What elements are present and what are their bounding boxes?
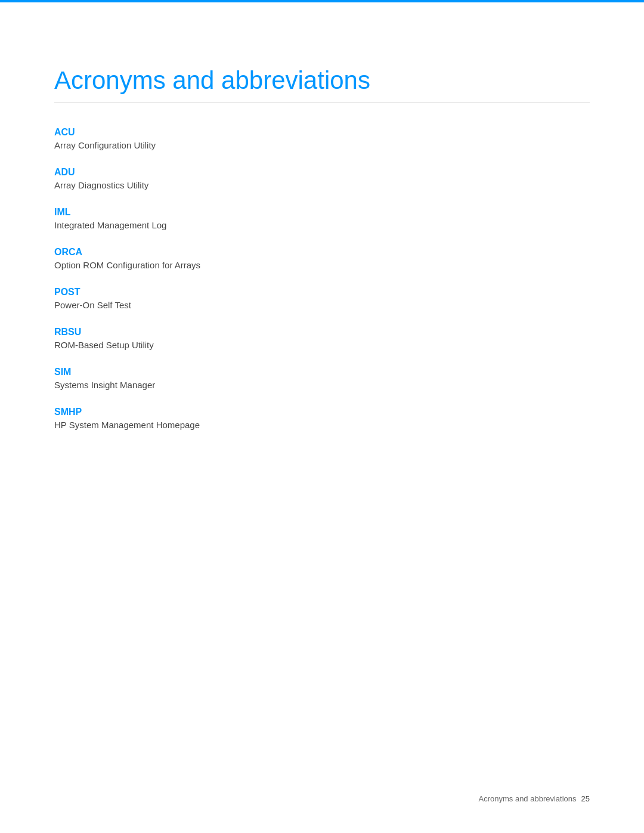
list-item: SIMSystems Insight Manager [54, 367, 590, 390]
footer-page-number: 25 [581, 794, 590, 803]
acronym-definition: HP System Management Homepage [54, 420, 590, 430]
acronym-term: SIM [54, 367, 590, 377]
acronym-definition: Array Configuration Utility [54, 140, 590, 150]
list-item: IMLIntegrated Management Log [54, 207, 590, 230]
list-item: POSTPower-On Self Test [54, 287, 590, 310]
acronym-term: ADU [54, 167, 590, 178]
page-footer: Acronyms and abbreviations 25 [479, 794, 590, 803]
acronyms-list: ACUArray Configuration UtilityADUArray D… [54, 127, 590, 430]
acronym-definition: Array Diagnostics Utility [54, 180, 590, 190]
list-item: RBSUROM-Based Setup Utility [54, 327, 590, 350]
list-item: ACUArray Configuration Utility [54, 127, 590, 150]
top-border-decoration [0, 0, 644, 2]
acronym-definition: Systems Insight Manager [54, 380, 590, 390]
acronym-term: POST [54, 287, 590, 298]
footer-label: Acronyms and abbreviations [479, 794, 577, 803]
acronym-definition: Integrated Management Log [54, 220, 590, 230]
acronym-definition: Power-On Self Test [54, 300, 590, 310]
page-title: Acronyms and abbreviations [54, 66, 590, 103]
acronym-definition: Option ROM Configuration for Arrays [54, 260, 590, 270]
acronym-term: SMHP [54, 407, 590, 417]
acronym-term: IML [54, 207, 590, 218]
list-item: SMHPHP System Management Homepage [54, 407, 590, 430]
acronym-term: RBSU [54, 327, 590, 337]
page-container: Acronyms and abbreviations ACUArray Conf… [0, 0, 644, 833]
list-item: ORCAOption ROM Configuration for Arrays [54, 247, 590, 270]
acronym-definition: ROM-Based Setup Utility [54, 340, 590, 350]
acronym-term: ACU [54, 127, 590, 138]
acronym-term: ORCA [54, 247, 590, 258]
list-item: ADUArray Diagnostics Utility [54, 167, 590, 190]
